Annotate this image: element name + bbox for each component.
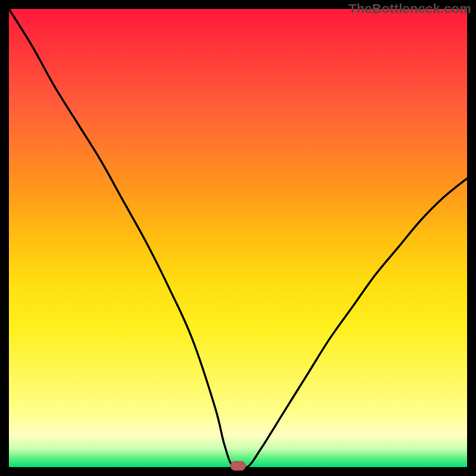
plot-area	[9, 9, 467, 467]
bottleneck-curve	[9, 9, 467, 467]
chart-frame: TheBottleneck.com	[0, 0, 476, 476]
bottleneck-marker	[230, 461, 246, 471]
watermark-text: TheBottleneck.com	[349, 1, 471, 17]
